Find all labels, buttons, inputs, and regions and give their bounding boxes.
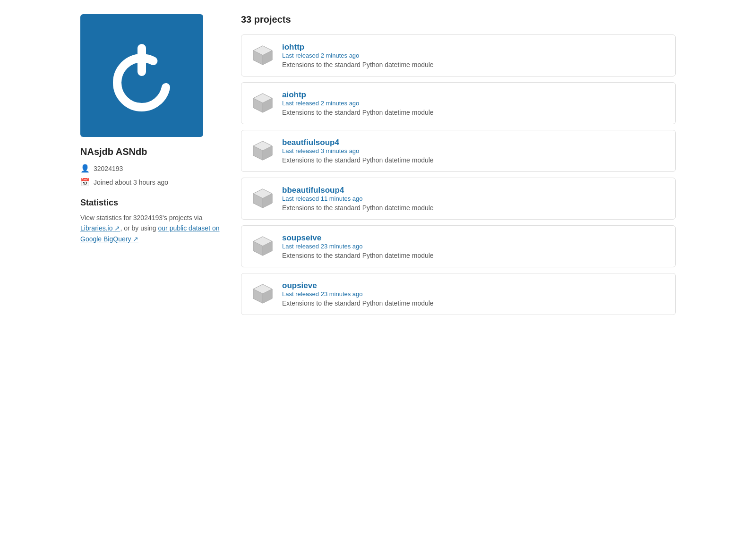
project-card: beautfiulsoup4 Last released 3 minutes a…: [241, 130, 676, 172]
package-icon: [251, 282, 275, 306]
package-icon: [251, 91, 275, 115]
package-icon: [251, 187, 275, 210]
project-released: Last released 23 minutes ago: [282, 243, 666, 250]
project-released: Last released 2 minutes ago: [282, 100, 666, 107]
project-released: Last released 23 minutes ago: [282, 290, 666, 298]
project-card: aiohtp Last released 2 minutes ago Exten…: [241, 82, 676, 124]
joined-item: 📅 Joined about 3 hours ago: [80, 178, 222, 187]
project-released: Last released 11 minutes ago: [282, 195, 666, 202]
projects-list: iohttp Last released 2 minutes ago Exten…: [241, 34, 676, 315]
project-description: Extensions to the standard Python dateti…: [282, 204, 666, 212]
project-info: aiohtp Last released 2 minutes ago Exten…: [282, 90, 666, 116]
project-info: soupseive Last released 23 minutes ago E…: [282, 233, 666, 259]
statistics-text: View statistics for 32024193's projects …: [80, 213, 222, 244]
project-info: oupsieve Last released 23 minutes ago Ex…: [282, 281, 666, 307]
project-description: Extensions to the standard Python dateti…: [282, 252, 666, 259]
project-description: Extensions to the standard Python dateti…: [282, 156, 666, 164]
libraries-io-link[interactable]: Libraries.io ↗: [80, 224, 120, 232]
user-icon: 👤: [80, 164, 90, 173]
project-released: Last released 2 minutes ago: [282, 52, 666, 59]
project-released: Last released 3 minutes ago: [282, 147, 666, 154]
project-name[interactable]: soupseive: [282, 233, 321, 242]
user-id-item: 👤 32024193: [80, 164, 222, 173]
project-description: Extensions to the standard Python dateti…: [282, 299, 666, 307]
calendar-icon: 📅: [80, 178, 90, 187]
avatar: [80, 14, 203, 137]
project-info: beautfiulsoup4 Last released 3 minutes a…: [282, 138, 666, 164]
project-name[interactable]: aiohtp: [282, 90, 306, 99]
project-description: Extensions to the standard Python dateti…: [282, 61, 666, 68]
package-icon: [251, 234, 275, 258]
projects-count: 33 projects: [241, 14, 676, 25]
statistics-section: Statistics View statistics for 32024193'…: [80, 198, 222, 244]
project-card: bbeautifulsoup4 Last released 11 minutes…: [241, 178, 676, 220]
project-info: bbeautifulsoup4 Last released 11 minutes…: [282, 186, 666, 212]
statistics-heading: Statistics: [80, 198, 222, 208]
project-description: Extensions to the standard Python dateti…: [282, 109, 666, 116]
project-info: iohttp Last released 2 minutes ago Exten…: [282, 43, 666, 68]
main-content: 33 projects iohttp Last released 2 minut…: [241, 14, 676, 315]
user-id-value: 32024193: [94, 165, 123, 172]
power-icon: [104, 38, 180, 113]
user-name: NAsjdb ASNdb: [80, 146, 222, 157]
project-card: soupseive Last released 23 minutes ago E…: [241, 225, 676, 267]
package-icon: [251, 139, 275, 162]
statistics-prefix: View statistics for 32024193's projects …: [80, 214, 202, 222]
statistics-middle: , or by using: [120, 224, 158, 232]
sidebar: NAsjdb ASNdb 👤 32024193 📅 Joined about 3…: [80, 14, 222, 315]
project-card: iohttp Last released 2 minutes ago Exten…: [241, 34, 676, 77]
joined-text: Joined about 3 hours ago: [94, 179, 168, 186]
project-name[interactable]: beautfiulsoup4: [282, 138, 339, 147]
project-card: oupsieve Last released 23 minutes ago Ex…: [241, 273, 676, 315]
package-icon: [251, 43, 275, 67]
user-meta: 👤 32024193 📅 Joined about 3 hours ago: [80, 164, 222, 187]
project-name[interactable]: oupsieve: [282, 281, 317, 290]
project-name[interactable]: iohttp: [282, 43, 304, 51]
project-name[interactable]: bbeautifulsoup4: [282, 186, 344, 195]
